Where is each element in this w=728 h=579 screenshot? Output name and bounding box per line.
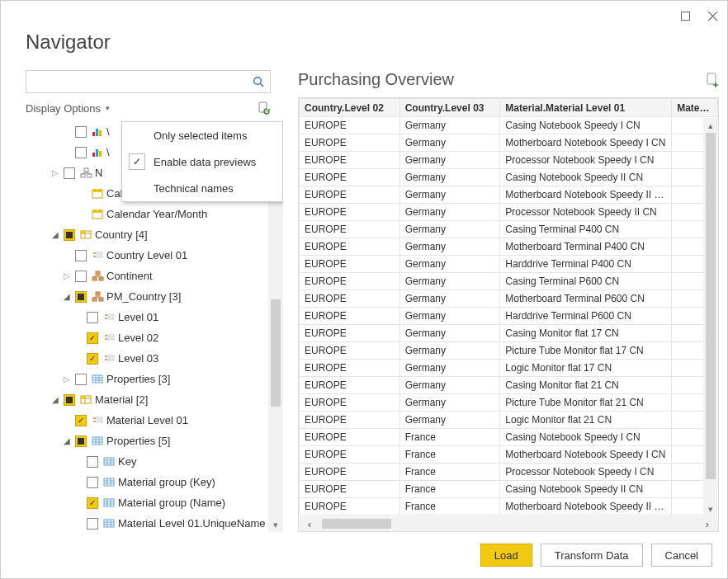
scrollbar-thumb[interactable] [271, 299, 281, 407]
column-icon [102, 456, 116, 467]
column-header[interactable]: Country.Level 03 [399, 99, 500, 117]
scroll-down-icon[interactable]: ▾ [268, 517, 283, 532]
table-row[interactable]: EUROPEGermanyProcessor Notebook Speedy I… [300, 152, 718, 169]
checkbox[interactable]: ✓ [87, 353, 98, 365]
table-row[interactable]: EUROPEGermanyMotherboard Notebook Speedy… [300, 134, 718, 152]
tree-row[interactable]: ◢Properties [5] [26, 431, 271, 451]
search-input[interactable] [26, 71, 247, 92]
checkbox[interactable] [87, 477, 98, 488]
table-row[interactable]: EUROPEFranceCasing Notebook Speedy I CN [300, 429, 718, 446]
table-cell: Casing Monitor flat 17 CN [500, 325, 672, 342]
table-row[interactable]: EUROPEGermanyMotherboard Notebook Speedy… [300, 186, 718, 204]
scrollbar-thumb[interactable] [706, 133, 716, 479]
table-row[interactable]: EUROPEFranceProcessor Notebook Speedy I … [300, 464, 718, 481]
load-button[interactable]: Load [480, 544, 532, 567]
tree-row[interactable]: Level 01 [26, 307, 271, 327]
scrollbar-thumb[interactable] [322, 519, 391, 529]
menu-item[interactable]: ✓Enable data previews [122, 148, 282, 175]
tree-row[interactable]: Calendar Year/Month [26, 204, 271, 224]
checkbox[interactable] [75, 374, 87, 385]
checkbox[interactable]: ✓ [75, 415, 87, 426]
display-options-button[interactable]: Display Options ▾ [26, 102, 110, 115]
checkbox[interactable]: ✓ [87, 497, 98, 509]
checkbox[interactable] [75, 435, 87, 447]
tree-row[interactable]: Key [26, 451, 271, 472]
scroll-down-icon[interactable]: ▾ [703, 501, 718, 516]
checkbox[interactable] [87, 456, 98, 468]
add-preview-icon[interactable] [706, 73, 719, 87]
tree-row[interactable]: ◢PM_Country [3] [26, 286, 271, 307]
column-header[interactable]: Material.Material Level 01 [500, 99, 672, 117]
table-row[interactable]: EUROPEGermanyLogic Monitor flat 21 CN [300, 412, 718, 429]
table-row[interactable]: EUROPEGermanyPicture Tube Monitor flat 2… [300, 394, 718, 412]
table-row[interactable]: EUROPEGermanyHarddrive Terminal P600 CN [300, 308, 718, 325]
menu-item[interactable]: Technical names [122, 175, 282, 201]
column-header[interactable]: Material [672, 99, 718, 117]
expand-arrow-icon[interactable]: ▷ [50, 168, 60, 177]
table-row[interactable]: EUROPEFranceCasing Notebook Speedy II CN [300, 481, 718, 498]
scroll-left-icon[interactable]: ‹ [299, 516, 320, 531]
scroll-up-icon[interactable]: ▴ [703, 118, 718, 133]
svg-rect-10 [81, 174, 85, 177]
checkbox[interactable] [64, 394, 75, 406]
table-row[interactable]: EUROPEGermanyCasing Terminal P400 CN [300, 221, 718, 238]
table-row[interactable]: EUROPEGermanyCasing Terminal P600 CN [300, 273, 718, 290]
table-row[interactable]: EUROPEFranceMotherboard Notebook Speedy … [300, 446, 718, 464]
table-row[interactable]: EUROPEGermanyProcessor Notebook Speedy I… [300, 204, 718, 221]
checkbox[interactable] [87, 312, 98, 323]
tree-row[interactable]: ✓Level 03 [26, 348, 271, 369]
table-row[interactable]: EUROPEGermanyMotherboard Terminal P400 C… [300, 238, 718, 256]
tree-item-label: Material group (Name) [118, 497, 225, 509]
grid-vscrollbar[interactable]: ▴ ▾ [703, 118, 718, 516]
expand-arrow-icon[interactable]: ▷ [62, 271, 72, 280]
collapse-arrow-icon[interactable]: ◢ [62, 436, 72, 445]
search-icon[interactable] [247, 71, 270, 92]
svg-rect-17 [92, 190, 102, 192]
tree-row[interactable]: ▷Continent [26, 266, 271, 286]
menu-item[interactable]: Only selected items [122, 122, 282, 148]
checkbox[interactable] [75, 126, 87, 138]
checkbox[interactable] [75, 147, 87, 158]
cancel-button[interactable]: Cancel [651, 544, 712, 567]
checkbox[interactable] [64, 167, 75, 179]
grid-hscrollbar[interactable]: ‹ › [299, 516, 718, 531]
table-row[interactable]: EUROPEGermanyCasing Notebook Speedy I CN [300, 117, 718, 134]
table-row[interactable]: EUROPEGermanyLogic Monitor flat 17 CN [300, 360, 718, 377]
checkbox[interactable] [75, 250, 87, 261]
tree-row[interactable]: ▷Properties [3] [26, 369, 271, 389]
close-icon[interactable] [708, 12, 717, 21]
column-header[interactable]: Country.Level 02 [300, 99, 400, 117]
checkbox[interactable] [87, 518, 98, 530]
checkbox[interactable]: ✓ [87, 332, 98, 344]
expand-arrow-icon[interactable]: ▷ [62, 374, 72, 384]
tree-row[interactable]: ✓Level 02 [26, 327, 271, 348]
table-row[interactable]: EUROPEGermanyMotherboard Terminal P600 C… [300, 290, 718, 308]
tree-row[interactable]: Material group (Key) [26, 472, 271, 492]
tree-row[interactable]: Material Level 01.UniqueName [26, 513, 271, 532]
table-row[interactable]: EUROPEGermanyHarddrive Terminal P400 CN [300, 256, 718, 273]
tree-row[interactable]: ✓Material Level 01 [26, 410, 271, 431]
svg-rect-9 [84, 168, 88, 172]
tree-row[interactable]: Country Level 01 [26, 245, 271, 266]
tree-row[interactable]: ✓Material group (Name) [26, 492, 271, 513]
table-cell: Harddrive Terminal P600 CN [500, 308, 672, 325]
transform-data-button[interactable]: Transform Data [541, 544, 643, 567]
table-row[interactable]: EUROPEGermanyCasing Notebook Speedy II C… [300, 169, 718, 186]
checkbox[interactable] [75, 271, 87, 282]
svg-rect-21 [92, 210, 102, 213]
checkbox[interactable] [64, 229, 75, 241]
collapse-arrow-icon[interactable]: ◢ [50, 230, 60, 239]
refresh-icon[interactable] [258, 101, 271, 115]
collapse-arrow-icon[interactable]: ◢ [62, 292, 72, 301]
tree-row[interactable]: ◢Country [4] [26, 224, 271, 245]
table-row[interactable]: EUROPEFranceMotherboard Notebook Speedy … [300, 498, 718, 515]
table-row[interactable]: EUROPEGermanyCasing Monitor flat 21 CN [300, 377, 718, 394]
scroll-right-icon[interactable]: › [697, 516, 718, 531]
restore-icon[interactable] [681, 12, 690, 21]
table-row[interactable]: EUROPEGermanyPicture Tube Monitor flat 1… [300, 342, 718, 360]
data-grid: Country.Level 02Country.Level 03Material… [299, 98, 718, 515]
table-row[interactable]: EUROPEGermanyCasing Monitor flat 17 CN [300, 325, 718, 342]
tree-row[interactable]: ◢Material [2] [26, 389, 271, 410]
checkbox[interactable] [75, 291, 87, 303]
collapse-arrow-icon[interactable]: ◢ [50, 395, 60, 404]
